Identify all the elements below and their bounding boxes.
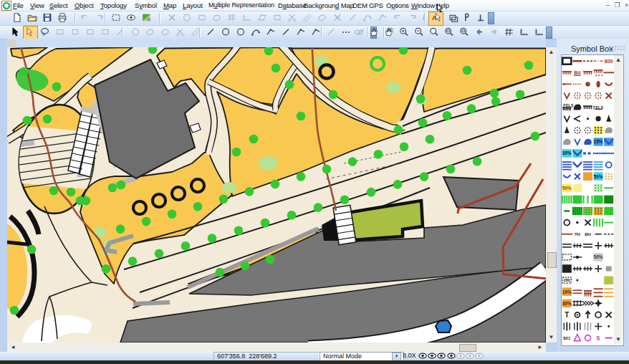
svg-text:FELS: FELS xyxy=(563,103,573,107)
svg-text:280: 280 xyxy=(564,278,570,282)
svg-text:50%: 50% xyxy=(594,254,603,259)
svg-text:5: 5 xyxy=(597,335,600,342)
svg-text:50%: 50% xyxy=(562,186,572,191)
svg-text:10%: 10% xyxy=(562,289,572,294)
svg-text:30%: 30% xyxy=(562,301,572,306)
svg-text:Bö: Bö xyxy=(574,70,580,75)
svg-text:821: 821 xyxy=(563,336,571,340)
svg-text:T: T xyxy=(565,311,569,319)
svg-text:15%: 15% xyxy=(594,139,603,144)
svg-text:TH: TH xyxy=(575,232,580,236)
svg-text:FELS: FELS xyxy=(593,105,603,110)
svg-text:30%: 30% xyxy=(562,150,572,155)
svg-text:BH: BH xyxy=(585,232,591,236)
svg-text:800: 800 xyxy=(605,59,613,64)
svg-text:50%: 50% xyxy=(594,174,603,179)
